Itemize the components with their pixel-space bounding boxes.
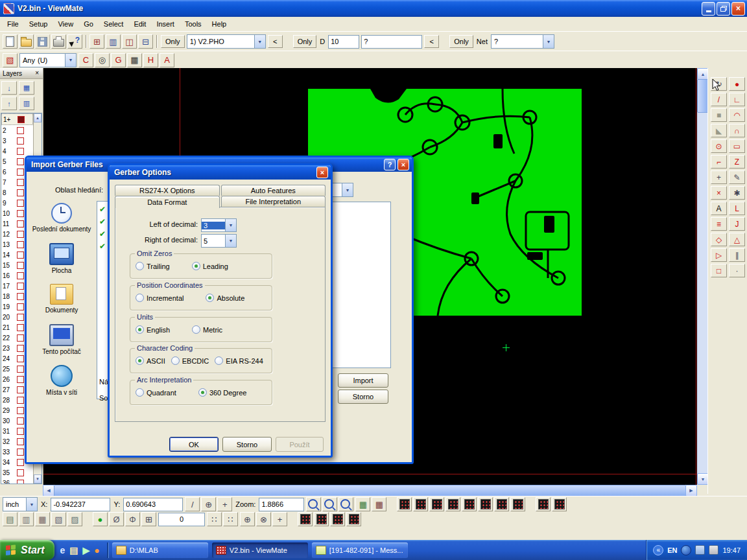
layer-row[interactable]: 1+: [1, 113, 33, 125]
radio-ebcdic[interactable]: EBCDIC: [171, 356, 209, 365]
film-pattern-icon[interactable]: [510, 497, 525, 511]
cancel-button[interactable]: Storno: [338, 390, 388, 404]
aperture-list-icon[interactable]: ▥: [106, 34, 121, 49]
firefox-icon[interactable]: ●: [94, 545, 99, 555]
x-coordinate-field[interactable]: -0.942237: [51, 498, 110, 511]
tab-rs274-x-options[interactable]: RS274-X Options: [115, 185, 220, 196]
vertical-scrollbar[interactable]: ▲ ▼: [697, 68, 707, 485]
dot-icon[interactable]: ·: [729, 264, 745, 277]
dcode-step-back-button[interactable]: <: [424, 35, 439, 48]
move-layer-down-button[interactable]: ↓: [1, 81, 17, 95]
zoom-tool-icon[interactable]: [306, 497, 321, 511]
move-layer-up-button[interactable]: ↑: [1, 97, 17, 110]
menu-help[interactable]: Help: [207, 18, 232, 30]
menu-insert[interactable]: Insert: [151, 18, 180, 30]
layer-row[interactable]: 3: [1, 135, 33, 146]
h-pad-tool-icon[interactable]: H: [143, 53, 158, 67]
move-icon[interactable]: +: [711, 170, 727, 184]
film-pattern-icon[interactable]: [346, 512, 361, 526]
only-net-toggle[interactable]: Only: [449, 35, 473, 48]
text-icon[interactable]: A: [711, 202, 727, 215]
import-button[interactable]: Import: [338, 373, 388, 388]
probe-on-icon[interactable]: Φ: [125, 512, 140, 526]
filled-rect-icon[interactable]: ■: [711, 108, 727, 122]
aperture-grid-icon[interactable]: ▦: [355, 497, 370, 511]
relative-origin-icon[interactable]: +: [217, 497, 232, 511]
small-square-icon[interactable]: □: [711, 264, 727, 277]
film-box-icon[interactable]: ◫: [122, 34, 137, 49]
chevron-down-icon[interactable]: ▼: [225, 235, 236, 247]
place-documents[interactable]: Dokumenty: [32, 282, 91, 316]
zoom-in-icon[interactable]: [322, 497, 337, 511]
draw-line-icon[interactable]: /: [711, 93, 727, 106]
folder-launch-icon[interactable]: ▤: [69, 545, 78, 555]
menu-file[interactable]: File: [2, 18, 24, 30]
y-coordinate-field[interactable]: 0.690643: [123, 498, 183, 511]
dot-grid-icon[interactable]: ∷: [207, 512, 222, 526]
radio-metric[interactable]: Metric: [192, 325, 222, 334]
layer-stack-icon[interactable]: ▤: [3, 512, 18, 526]
pattern-select-icon[interactable]: [536, 497, 551, 511]
radio-360-degree[interactable]: 360 Degree: [198, 388, 247, 397]
keyboard-tray-icon[interactable]: [709, 545, 718, 555]
mirror-icon[interactable]: ◣: [711, 124, 727, 137]
film-pattern-icon[interactable]: [413, 497, 428, 511]
cell-grid-icon[interactable]: ▦: [127, 53, 142, 67]
open-file-icon[interactable]: [19, 34, 34, 49]
language-indicator[interactable]: EN: [667, 546, 677, 554]
layer-letter-icon[interactable]: L: [729, 202, 745, 215]
close-button[interactable]: ×: [731, 2, 745, 16]
corner-icon[interactable]: ⌐: [711, 155, 727, 169]
units-combo[interactable]: inch ▼: [3, 497, 38, 511]
menu-setup[interactable]: Setup: [24, 18, 53, 30]
network-tray-icon[interactable]: [695, 545, 705, 555]
layer-table-button[interactable]: ▦: [19, 81, 34, 95]
menu-tools[interactable]: Tools: [180, 18, 207, 30]
tab-auto-features[interactable]: Auto Features: [221, 185, 326, 196]
radio-ascii[interactable]: ASCII: [136, 356, 165, 365]
arc-icon[interactable]: ◠: [729, 108, 745, 122]
select-frame-icon[interactable]: ▧: [3, 53, 18, 67]
layer-mix-icon[interactable]: ▨: [67, 512, 82, 526]
zoom-previous-icon[interactable]: [338, 497, 353, 511]
measure-grid-icon[interactable]: ⊟: [138, 34, 153, 49]
media-player-icon[interactable]: ▶: [82, 545, 89, 555]
ok-button[interactable]: OK: [169, 437, 219, 452]
save-icon[interactable]: [35, 34, 50, 49]
task-mlab[interactable]: D:\MLAB: [112, 542, 208, 558]
titlebar[interactable]: V2.bin - ViewMate ×: [0, 0, 747, 17]
tab-data-format[interactable]: Data Format: [115, 196, 220, 208]
scroll-right-icon[interactable]: ▶: [685, 485, 697, 496]
layer-step-back-button[interactable]: <: [268, 35, 283, 48]
menu-go[interactable]: Go: [78, 18, 99, 30]
layer-fill-icon[interactable]: ▦: [35, 512, 50, 526]
parallel-icon[interactable]: ∥: [729, 248, 745, 262]
place-recent[interactable]: Poslední dokumenty: [32, 201, 91, 235]
pattern-clear-icon[interactable]: [552, 497, 567, 511]
radio-absolute[interactable]: Absolute: [206, 294, 244, 302]
selected-files-list[interactable]: [329, 202, 391, 368]
film-pattern-icon[interactable]: [478, 497, 493, 511]
snap-intersect-icon[interactable]: ⊗: [256, 512, 271, 526]
apply-button[interactable]: Použít: [276, 437, 324, 452]
layer-row[interactable]: 2: [1, 125, 33, 135]
dcode-value-field[interactable]: 10: [328, 35, 359, 49]
context-help-icon[interactable]: [67, 34, 82, 49]
close-button[interactable]: ×: [397, 159, 409, 170]
layer-row[interactable]: 36: [1, 478, 33, 484]
polyline-icon[interactable]: ∟: [729, 93, 745, 106]
help-button[interactable]: ?: [384, 159, 396, 170]
horizontal-scrollbar[interactable]: ◀ ▶: [43, 485, 697, 496]
radio-eia-rs-244[interactable]: EIA RS-244: [215, 356, 263, 365]
zigzag-icon[interactable]: Z: [729, 155, 745, 169]
internet-explorer-icon[interactable]: e: [60, 545, 65, 555]
dcode-name-field[interactable]: ?: [361, 35, 422, 49]
hide-icons-chevron[interactable]: «: [653, 545, 663, 555]
dcode-table-icon[interactable]: ⊞: [89, 34, 104, 49]
place-desktop[interactable]: Plocha: [32, 241, 91, 277]
grid-toggle-icon[interactable]: ⊞: [141, 512, 156, 526]
status-light-icon[interactable]: ●: [93, 512, 108, 526]
film-pattern-icon[interactable]: [314, 512, 329, 526]
start-button[interactable]: Start: [0, 540, 54, 560]
close-button[interactable]: ×: [316, 167, 328, 178]
